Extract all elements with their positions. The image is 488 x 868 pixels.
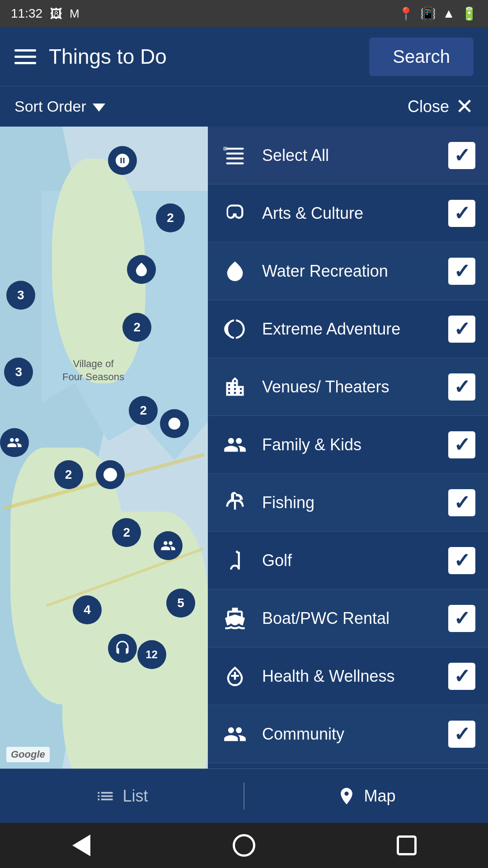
map-pin-water[interactable] — [127, 255, 156, 284]
filter-item-fishing[interactable]: Fishing ✓ — [208, 474, 488, 532]
filter-item-water-recreation[interactable]: Water Recreation ✓ — [208, 242, 488, 300]
map-pin-4[interactable]: 4 — [73, 595, 102, 624]
svg-point-0 — [103, 468, 117, 481]
filter-item-boat-pwc[interactable]: Boat/PWC Rental ✓ — [208, 590, 488, 647]
list-tab-label: List — [122, 787, 148, 806]
time: 11:32 — [11, 6, 42, 21]
checkbox-fishing[interactable]: ✓ — [448, 489, 475, 516]
map-background: Village ofFour Seasons 2 3 2 3 2 2 — [0, 127, 208, 769]
filter-label-water-recreation: Water Recreation — [262, 261, 448, 281]
filter-item-community[interactable]: Community ✓ — [208, 705, 488, 763]
status-left: 11:32 🖼 M — [11, 6, 80, 21]
location-icon: 📍 — [398, 6, 414, 21]
map-panel: Village ofFour Seasons 2 3 2 3 2 2 — [0, 127, 208, 769]
checkbox-golf[interactable]: ✓ — [448, 547, 475, 574]
sort-order-button[interactable]: Sort Order — [14, 98, 105, 115]
svg-rect-3 — [226, 157, 244, 159]
map-pin-2d[interactable]: 2 — [54, 460, 83, 489]
recents-button[interactable] — [393, 832, 420, 859]
map-pin-scuba[interactable] — [96, 460, 125, 489]
header-left: Things to Do — [14, 44, 167, 69]
close-x-icon: ✕ — [455, 96, 474, 118]
filter-item-arts-culture[interactable]: Arts & Culture ✓ — [208, 184, 488, 242]
filter-item-health-wellness[interactable]: Health & Wellness ✓ — [208, 647, 488, 705]
filter-label-golf: Golf — [262, 550, 448, 571]
filter-item-select-all[interactable]: Select All ✓ — [208, 127, 488, 184]
checkbox-community[interactable]: ✓ — [448, 721, 475, 748]
close-label: Close — [408, 97, 449, 116]
filter-label-fishing: Fishing — [262, 492, 448, 513]
sort-dropdown-arrow-icon — [93, 104, 105, 112]
filter-panel: Select All ✓ Arts & Culture ✓ — [208, 127, 488, 769]
svg-rect-1 — [226, 147, 244, 149]
filter-label-select-all: Select All — [262, 145, 448, 165]
golf-icon — [221, 546, 249, 575]
svg-rect-4 — [226, 162, 244, 164]
filter-label-venues-theaters: Venues/ Theaters — [262, 377, 448, 397]
recents-square-icon — [397, 835, 417, 855]
home-circle-icon — [233, 834, 255, 857]
boat-icon — [221, 604, 249, 633]
masks-icon — [221, 199, 249, 228]
checkbox-family-kids[interactable]: ✓ — [448, 431, 475, 458]
map-pin-fishing2[interactable] — [160, 409, 189, 438]
bottom-bar: List Map — [0, 769, 488, 823]
filter-item-venues-theaters[interactable]: Venues/ Theaters ✓ — [208, 358, 488, 416]
filter-label-extreme-adventure: Extreme Adventure — [262, 319, 448, 339]
checkbox-select-all[interactable]: ✓ — [448, 142, 475, 169]
map-pin-headset[interactable] — [108, 634, 137, 663]
close-filter-button[interactable]: Close ✕ — [408, 96, 474, 118]
svg-rect-5 — [223, 146, 227, 151]
status-right: 📍 📳 ▲ 🔋 — [398, 6, 477, 21]
map-pin-2a[interactable]: 2 — [156, 203, 185, 232]
android-nav-bar — [0, 823, 488, 868]
header: Things to Do Search — [0, 27, 488, 86]
wellness-icon — [221, 662, 249, 691]
list-tab[interactable]: List — [0, 769, 244, 823]
map-pin-group[interactable] — [154, 531, 183, 560]
signpost-icon — [221, 315, 249, 344]
filter-label-health-wellness: Health & Wellness — [262, 666, 448, 686]
hamburger-menu-button[interactable] — [14, 49, 36, 64]
filter-item-family-kids[interactable]: Family & Kids ✓ — [208, 416, 488, 474]
map-pin-3a[interactable]: 3 — [6, 281, 35, 310]
community-icon — [221, 720, 249, 749]
search-button[interactable]: Search — [369, 38, 474, 76]
page-title: Things to Do — [49, 44, 167, 69]
filter-item-golf[interactable]: Golf ✓ — [208, 532, 488, 590]
map-pin-fishing-top[interactable] — [108, 146, 137, 175]
sort-order-label: Sort Order — [14, 98, 86, 115]
google-watermark: Google — [6, 747, 50, 762]
image-icon: 🖼 — [50, 6, 62, 21]
home-button[interactable] — [230, 832, 258, 859]
checkbox-arts-culture[interactable]: ✓ — [448, 200, 475, 227]
family-icon — [221, 430, 249, 459]
water-drop-icon — [221, 257, 249, 286]
filter-label-community: Community — [262, 724, 448, 744]
map-pin-5[interactable]: 5 — [166, 589, 195, 618]
land-shape-3 — [62, 512, 208, 769]
map-label-village: Village ofFour Seasons — [62, 358, 124, 383]
building-icon — [221, 373, 249, 401]
back-arrow-icon — [72, 835, 90, 856]
filter-label-boat-pwc: Boat/PWC Rental — [262, 608, 448, 628]
checkbox-venues-theaters[interactable]: ✓ — [448, 373, 475, 401]
filter-label-family-kids: Family & Kids — [262, 434, 448, 455]
map-pin-3b[interactable]: 3 — [4, 358, 33, 387]
map-pin-family[interactable] — [0, 428, 29, 457]
back-button[interactable] — [68, 832, 95, 859]
filter-item-transportation[interactable]: Transportation ✓ — [208, 763, 488, 769]
map-pin-2b[interactable]: 2 — [122, 313, 151, 342]
svg-rect-2 — [226, 152, 244, 154]
sub-header: Sort Order Close ✕ — [0, 86, 488, 127]
list-tab-icon — [95, 786, 115, 806]
status-bar: 11:32 🖼 M 📍 📳 ▲ 🔋 — [0, 0, 488, 27]
checkbox-extreme-adventure[interactable]: ✓ — [448, 316, 475, 343]
checkbox-water-recreation[interactable]: ✓ — [448, 258, 475, 285]
checkbox-health-wellness[interactable]: ✓ — [448, 663, 475, 690]
fishing-icon — [221, 488, 249, 517]
checkbox-boat-pwc[interactable]: ✓ — [448, 605, 475, 632]
filter-item-extreme-adventure[interactable]: Extreme Adventure ✓ — [208, 300, 488, 358]
map-pin-12[interactable]: 12 — [137, 640, 166, 669]
map-tab[interactable]: Map — [244, 769, 488, 823]
